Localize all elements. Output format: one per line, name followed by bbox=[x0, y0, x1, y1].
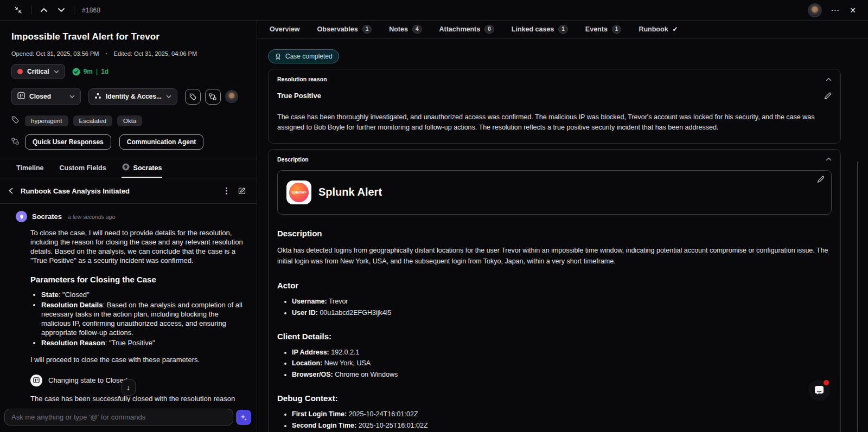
divider bbox=[74, 6, 74, 15]
list-item: Second Login Time: 2025-10-25T16:01:02Z bbox=[292, 421, 832, 430]
chat-bubble-icon bbox=[813, 384, 825, 396]
tag-pill[interactable]: hyperagent bbox=[25, 115, 68, 126]
prev-case-chevron-up-icon[interactable] bbox=[39, 7, 49, 14]
section-heading: Description bbox=[277, 229, 832, 238]
notification-dot bbox=[824, 380, 829, 385]
support-chat-launcher[interactable] bbox=[808, 379, 830, 401]
opened-timestamp: Opened: Oct 31, 2025, 03:56 PM bbox=[11, 50, 99, 57]
section-heading: Debug Context: bbox=[277, 394, 832, 403]
case-title: Impossible Travel Alert for Trevor bbox=[11, 31, 248, 42]
collapse-chevron-up-icon[interactable] bbox=[826, 157, 832, 161]
count-badge: 1 bbox=[362, 25, 372, 34]
closing-params-list: State: "Closed" Resolution Details: Base… bbox=[30, 291, 244, 347]
sla-first-value: 9m bbox=[84, 68, 93, 75]
top-bar: #1868 ⋯ ✕ bbox=[0, 0, 868, 21]
user-avatar[interactable] bbox=[808, 3, 822, 17]
next-case-chevron-down-icon[interactable] bbox=[56, 7, 66, 14]
workflow-button[interactable] bbox=[205, 89, 221, 105]
ask-bar bbox=[0, 402, 257, 432]
chevron-down-icon bbox=[54, 70, 59, 74]
tab[interactable]: Events 1 bbox=[585, 21, 622, 38]
tab[interactable]: Attachments 0 bbox=[439, 21, 495, 38]
tab[interactable]: Runbook ✓ bbox=[638, 21, 678, 38]
list-item: Location: New York, USA bbox=[292, 359, 832, 368]
list-item: Username: Trevor bbox=[292, 297, 832, 306]
thread-header: Runbook Case Analysis Initiated ⋮ bbox=[0, 178, 257, 204]
tab[interactable]: Observables 1 bbox=[317, 21, 373, 38]
kanban-board-icon bbox=[17, 92, 25, 101]
count-badge: 1 bbox=[612, 25, 622, 34]
collapse-icon[interactable] bbox=[13, 5, 23, 15]
card-title: Resolution reason bbox=[277, 76, 327, 82]
section-heading: Client Details: bbox=[277, 332, 832, 341]
tab-timeline[interactable]: Timeline bbox=[16, 158, 44, 178]
check-icon: ✓ bbox=[673, 25, 678, 33]
edit-pencil-icon[interactable] bbox=[817, 176, 825, 183]
tag-pill-list: hyperagentEscalatedOkta bbox=[25, 115, 142, 126]
quick-user-responses-button[interactable]: Quick User Responses bbox=[25, 134, 111, 150]
case-sidebar: Impossible Travel Alert for Trevor Opene… bbox=[0, 21, 257, 432]
scroll-to-bottom-button[interactable]: ↓ bbox=[121, 379, 136, 396]
splunk-logo-icon: splunk> bbox=[286, 180, 311, 204]
check-circle-icon bbox=[72, 68, 80, 76]
overview-content: Case completed Resolution reason True Po… bbox=[257, 39, 868, 432]
chat-transcript: Socrates a few seconds ago To close the … bbox=[0, 204, 257, 402]
severity-value: Critical bbox=[27, 68, 49, 75]
tab-custom-fields[interactable]: Custom Fields bbox=[59, 158, 106, 178]
list-item: Browser/OS: Chrome on Windows bbox=[292, 370, 832, 379]
sla-divider: | bbox=[96, 68, 98, 75]
ai-send-button[interactable] bbox=[236, 410, 251, 425]
tab[interactable]: Overview bbox=[269, 21, 301, 38]
sla-timer: 9m | 1d bbox=[72, 68, 108, 76]
section-heading: Actor bbox=[277, 281, 832, 290]
divider bbox=[31, 6, 31, 15]
chat-message: I will proceed to close the case with th… bbox=[30, 355, 244, 364]
resolution-reason-card: Resolution reason True Positive bbox=[268, 69, 841, 144]
list-item: User ID: 00u1abcd2EFGH3ijk4l5 bbox=[292, 308, 832, 318]
thread-more-icon[interactable]: ⋮ bbox=[221, 185, 232, 197]
state-value: Closed bbox=[29, 93, 51, 100]
tab-socrates[interactable]: Socrates bbox=[122, 158, 163, 178]
list-item: Resolution Reason: "True Positive" bbox=[41, 339, 244, 348]
tab[interactable]: Notes 4 bbox=[388, 21, 422, 38]
client-details-list: IP Address: 192.0.2.1Location: New York,… bbox=[277, 348, 832, 380]
category-icon bbox=[94, 93, 101, 101]
medal-icon bbox=[275, 53, 282, 60]
case-drawer: #1868 ⋯ ✕ Impossible Travel Alert for Tr… bbox=[0, 0, 868, 432]
case-number: #1868 bbox=[82, 7, 100, 14]
actor-list: Username: TrevorUser ID: 00u1abcd2EFGH3i… bbox=[277, 297, 832, 318]
tag-pill[interactable]: Escalated bbox=[73, 115, 113, 126]
severity-dropdown[interactable]: Critical bbox=[11, 64, 65, 79]
assignee-avatar[interactable] bbox=[225, 90, 238, 103]
close-icon[interactable]: ✕ bbox=[848, 5, 857, 16]
count-badge: 0 bbox=[484, 25, 494, 34]
more-menu-icon[interactable]: ⋯ bbox=[829, 4, 841, 16]
back-chevron-left-icon[interactable] bbox=[8, 186, 14, 195]
socrates-icon bbox=[122, 163, 130, 172]
count-badge: 1 bbox=[558, 25, 568, 34]
collapse-chevron-up-icon[interactable] bbox=[826, 78, 832, 81]
compose-icon[interactable] bbox=[237, 186, 247, 196]
status-update: Changing state to Closed bbox=[30, 375, 244, 386]
section-paragraph: Okta has detected logins from geographic… bbox=[277, 245, 832, 267]
scrollbar-thumb[interactable] bbox=[857, 162, 858, 432]
state-dropdown[interactable]: Closed bbox=[11, 88, 81, 105]
tag-button[interactable] bbox=[185, 89, 201, 105]
right-tab-bar: Overview Observables 1 Notes 4 bbox=[257, 21, 868, 39]
description-card: Description splunk> bbox=[268, 149, 841, 432]
alert-title: Splunk Alert bbox=[318, 186, 382, 198]
chevron-down-icon bbox=[69, 95, 75, 99]
communication-agent-button[interactable]: Communication Agent bbox=[119, 134, 204, 150]
chat-message: The case has been successfully closed wi… bbox=[30, 394, 244, 402]
category-dropdown[interactable]: Identity & Acces... bbox=[88, 88, 177, 105]
case-completed-badge: Case completed bbox=[268, 49, 339, 63]
tag-pill[interactable]: Okta bbox=[117, 115, 142, 126]
ask-input[interactable] bbox=[4, 409, 233, 425]
splunk-alert-header: splunk> Splunk Alert bbox=[277, 170, 832, 215]
edit-pencil-icon[interactable] bbox=[824, 92, 832, 100]
tag-icon bbox=[11, 116, 19, 126]
author-name: Socrates bbox=[32, 212, 62, 221]
tab[interactable]: Linked cases 1 bbox=[511, 21, 569, 38]
category-value: Identity & Acces... bbox=[106, 93, 162, 100]
state-change-icon bbox=[30, 375, 42, 386]
